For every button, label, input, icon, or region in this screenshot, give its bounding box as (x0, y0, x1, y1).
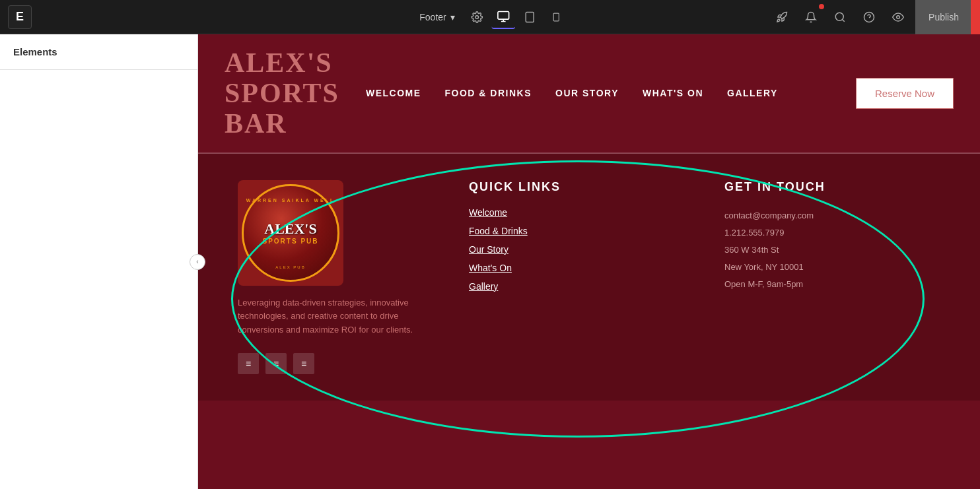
notification-badge (819, 4, 824, 9)
canvas: ALEX'S SPORTS BAR WELCOME FOOD & DRINKS … (198, 34, 980, 489)
logo-sports-pub-text: SPORTS PUB (262, 238, 318, 245)
contact-info: contact@company.com 1.212.555.7979 360 W… (724, 207, 940, 293)
contact-email: contact@company.com (724, 207, 940, 224)
footer-quick-links: QUICK LINKS Welcome Food & Drinks Our St… (469, 180, 685, 300)
footer-description: Leveraging data-driven strategies, innov… (238, 296, 429, 337)
toolbar-center-controls: Footer ▾ (411, 5, 568, 29)
section-selector[interactable]: Footer ▾ (411, 8, 462, 26)
sidebar-collapse-button[interactable]: ‹ (190, 254, 205, 270)
contact-title: GET IN TOUCH (724, 180, 940, 194)
footer-link-gallery[interactable]: Gallery (469, 281, 685, 292)
footer-link-whats-on[interactable]: What's On (469, 263, 685, 273)
footer-link-our-story[interactable]: Our Story (469, 244, 685, 255)
sidebar: Elements ‹ (0, 34, 198, 489)
nav-whats-on[interactable]: WHAT'S ON (643, 87, 703, 99)
logo-top-text: WARREN SAIKLA WELL (246, 198, 335, 203)
site-logo: ALEX'S SPORTS BAR (225, 48, 339, 139)
quick-links-title: QUICK LINKS (469, 180, 685, 194)
notifications-button[interactable] (799, 5, 823, 29)
footer-link-welcome[interactable]: Welcome (469, 207, 685, 218)
sidebar-title: Elements (0, 34, 197, 70)
footer-logo-image: WARREN SAIKLA WELL ALEX'S SPORTS PUB ALE… (238, 180, 343, 286)
toolbar: E Footer ▾ (0, 0, 980, 34)
footer-content: WARREN SAIKLA WELL ALEX'S SPORTS PUB ALE… (238, 180, 940, 374)
social-icon-3[interactable]: ≡ (293, 353, 314, 374)
logo-alexs-text: ALEX'S (264, 220, 316, 238)
mobile-view-button[interactable] (545, 5, 569, 29)
footer-social-icons: ≡ ≡ ≡ (238, 353, 429, 374)
logo-bottom-text: ALEX PUB (275, 265, 305, 269)
nav-our-story[interactable]: OUR STORY (555, 87, 619, 99)
search-button[interactable] (828, 5, 852, 29)
svg-point-8 (835, 13, 843, 20)
svg-line-9 (843, 19, 845, 21)
social-icon-2[interactable]: ≡ (265, 353, 287, 374)
footer-logo-column: WARREN SAIKLA WELL ALEX'S SPORTS PUB ALE… (238, 180, 429, 374)
svg-point-12 (897, 15, 900, 18)
reserve-now-button[interactable]: Reserve Now (856, 78, 954, 109)
main-layout: Elements ‹ ALEX'S SPORTS BAR WELCOME FOO… (0, 34, 980, 489)
contact-phone: 1.212.555.7979 (724, 224, 940, 242)
contact-address-1: 360 W 34th St (724, 242, 940, 259)
contact-address-2: New York, NY 10001 (724, 259, 940, 276)
footer-section: WARREN SAIKLA WELL ALEX'S SPORTS PUB ALE… (198, 154, 980, 401)
publish-button[interactable]: Publish (915, 0, 972, 34)
nav-welcome[interactable]: WELCOME (366, 87, 421, 99)
red-accent-strip (971, 0, 980, 34)
preview-button[interactable] (886, 5, 910, 29)
contact-hours: Open M-F, 9am-5pm (724, 276, 940, 293)
tablet-view-button[interactable] (518, 5, 542, 29)
rocket-icon-button[interactable] (770, 5, 794, 29)
nav-gallery[interactable]: GALLERY (727, 87, 778, 99)
svg-rect-6 (554, 13, 559, 21)
svg-rect-1 (498, 11, 509, 19)
site-header: ALEX'S SPORTS BAR WELCOME FOOD & DRINKS … (198, 34, 980, 153)
nav-food[interactable]: FOOD & DRINKS (445, 87, 532, 99)
toolbar-right-actions: Publish (770, 0, 972, 34)
svg-rect-4 (526, 12, 534, 22)
footer-contact: GET IN TOUCH contact@company.com 1.212.5… (724, 180, 940, 293)
svg-point-0 (475, 15, 479, 18)
footer-link-food[interactable]: Food & Drinks (469, 226, 685, 236)
settings-button[interactable] (466, 5, 489, 29)
logo-circle: WARREN SAIKLA WELL ALEX'S SPORTS PUB ALE… (242, 184, 339, 282)
desktop-view-button[interactable] (492, 5, 516, 29)
site-nav: WELCOME FOOD & DRINKS OUR STORY WHAT'S O… (366, 78, 954, 109)
elementor-logo[interactable]: E (8, 5, 32, 29)
help-button[interactable] (857, 5, 881, 29)
social-icon-1[interactable]: ≡ (238, 353, 259, 374)
